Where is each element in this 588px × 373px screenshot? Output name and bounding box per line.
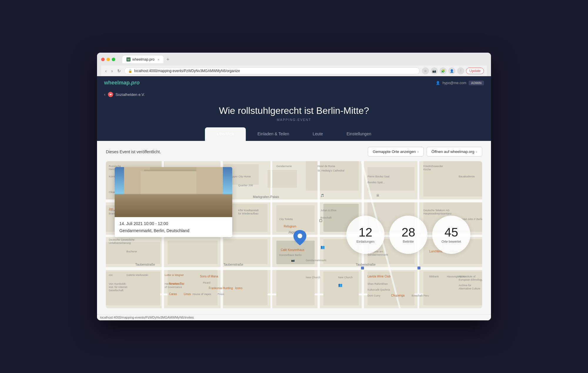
breadcrumb-back-icon[interactable]: ‹ xyxy=(104,92,106,97)
panorama-image xyxy=(115,167,232,217)
svg-text:für Wiederaufbau: für Wiederaufbau xyxy=(238,212,258,215)
svg-text:Kulturcafé Quchnia: Kulturcafé Quchnia xyxy=(368,288,390,291)
status-bar: Dieses Event ist veröffentlicht. Gemappt… xyxy=(106,147,482,156)
svg-text:Quartier 208: Quartier 208 xyxy=(238,184,253,187)
svg-text:Galerie Markowski: Galerie Markowski xyxy=(126,274,148,277)
svg-text:House of Vapes: House of Vapes xyxy=(193,293,211,296)
svg-text:European Ethnology: European Ethnology xyxy=(459,278,482,281)
svg-text:Unfallversicherung: Unfallversicherung xyxy=(109,242,131,244)
svg-text:Alternative Culture: Alternative Culture xyxy=(459,287,480,290)
forward-button[interactable]: › xyxy=(110,68,114,74)
tab-leute[interactable]: Leute xyxy=(301,127,335,141)
svg-text:Sons of Mana: Sons of Mana xyxy=(200,275,218,278)
svg-text:Hauptstadtrepräsentanz: Hauptstadtrepräsentanz xyxy=(423,212,452,215)
svg-text:Inst. für Internet: Inst. für Internet xyxy=(109,286,128,289)
stat-orte: 45 Orte bewertet xyxy=(432,216,470,254)
svg-text:Lutter & Wegner: Lutter & Wegner xyxy=(165,274,184,277)
gemappte-orte-button[interactable]: Gemappte Orte anzeigen › xyxy=(368,147,424,156)
user-icon: 👤 xyxy=(436,81,440,85)
svg-text:Frankonia Hunting: Frankonia Hunting xyxy=(209,287,233,290)
extension-button[interactable]: 🧩 xyxy=(440,67,447,74)
svg-text:Deutsche Gesetzliche: Deutsche Gesetzliche xyxy=(109,238,135,241)
svg-text:Shan Rahimkhan: Shan Rahimkhan xyxy=(368,282,388,285)
event-title: Wie rollstuhlgerecht ist Berlin-Mitte? xyxy=(109,105,479,116)
browser-tab-active[interactable]: W wheelmap.pro × xyxy=(122,56,163,63)
status-actions: Gemappte Orte anzeigen › Öffnen auf whee… xyxy=(368,147,482,156)
svg-text:KfW Kreditanstalt: KfW Kreditanstalt xyxy=(238,209,259,212)
breadcrumb-bar: ‹ ❤ Sozialhelden e.V. xyxy=(97,89,491,99)
svg-text:Taubenstraße: Taubenstraße xyxy=(356,263,375,266)
event-title-section: Wie rollstuhlgerecht ist Berlin-Mitte? M… xyxy=(97,99,491,121)
svg-text:Gendarmerie: Gendarmerie xyxy=(276,165,292,168)
profile-button[interactable]: 👤 xyxy=(448,67,455,74)
back-button[interactable]: ‹ xyxy=(104,68,108,74)
svg-text:Gesellschaft: Gesellschaft xyxy=(109,289,123,292)
browser-statusbar: localhost:4000/mapping-events/PzWDyNv3MG… xyxy=(97,314,491,320)
svg-text:City Toilette: City Toilette xyxy=(279,218,293,221)
stats-overlay: 12 Einladungen 28 Beitritte 45 Orte bewe… xyxy=(346,216,470,254)
oeffnen-label: Öffnen auf wheelmap.org xyxy=(432,149,475,154)
svg-text:Caras: Caras xyxy=(169,292,177,296)
svg-text:BBBank: BBBank xyxy=(429,275,439,278)
event-details: 14. Juli 2021 10:00 - 12:00 Gendarmenmar… xyxy=(115,217,232,237)
close-window-button[interactable] xyxy=(101,58,105,61)
address-bar[interactable]: 🔒 localhost:4000/mapping-events/PzWDyNv3… xyxy=(124,67,420,74)
oeffnen-wheelmap-button[interactable]: Öffnen auf wheelmap.org › xyxy=(427,147,482,156)
svg-text:Botschaft: Botschaft xyxy=(320,216,332,219)
svg-text:St. Hedwig's Cathedral: St. Hedwig's Cathedral xyxy=(318,169,344,172)
svg-rect-15 xyxy=(318,161,320,308)
new-tab-button[interactable]: + xyxy=(165,56,171,63)
tab-einstellungen[interactable]: Einstellungen xyxy=(335,127,383,141)
svg-text:Gendarmenmarkt: Gendarmenmarkt xyxy=(306,259,327,262)
svg-text:Bucherer: Bucherer xyxy=(126,250,137,253)
stat-beitritte-number: 28 xyxy=(402,226,415,239)
app-header: wheelmap.pro 👤 hypo@me.com ADMIN xyxy=(97,76,491,89)
svg-text:Von Humboldt-: Von Humboldt- xyxy=(109,282,126,285)
app-logo: wheelmap.pro xyxy=(104,80,140,86)
logo-pro: .pro xyxy=(130,80,140,86)
svg-text:Hotel de Rome: Hotel de Rome xyxy=(318,165,335,168)
svg-text:👥: 👥 xyxy=(320,245,325,249)
tab-einladen[interactable]: Einladen & Teilen xyxy=(246,127,301,141)
header-user: 👤 hypo@me.com ADMIN xyxy=(436,81,484,85)
chevron-icon: › xyxy=(417,150,419,154)
main-content: Dieses Event ist veröffentlicht. Gemappt… xyxy=(97,141,491,314)
tab-overblick[interactable]: Überblick xyxy=(205,127,245,141)
svg-text:Pierre Boulez Saal: Pierre Boulez Saal xyxy=(368,175,390,178)
browser-window: W wheelmap.pro × + ‹ › ↻ 🔒 localhost:400… xyxy=(97,53,491,320)
chevron-icon-2: › xyxy=(476,150,477,154)
status-text: Dieses Event ist veröffentlicht. xyxy=(106,149,161,154)
svg-text:Refugium: Refugium xyxy=(284,225,296,228)
tab-title: wheelmap.pro xyxy=(132,57,154,61)
svg-rect-25 xyxy=(106,242,160,264)
menu-button[interactable]: ⋮ xyxy=(457,67,464,74)
maximize-window-button[interactable] xyxy=(112,58,115,61)
svg-text:Lavida Wine Club: Lavida Wine Club xyxy=(368,275,391,278)
stat-einladungen-number: 12 xyxy=(359,226,372,239)
svg-rect-6 xyxy=(368,167,415,191)
svg-text:Taubenstraße: Taubenstraße xyxy=(135,263,155,266)
svg-text:coc: coc xyxy=(109,274,113,277)
svg-text:Zen: Zen xyxy=(109,207,113,210)
svg-point-121 xyxy=(298,234,302,238)
svg-rect-131 xyxy=(417,267,420,269)
svg-text:🎵: 🎵 xyxy=(320,194,324,197)
stat-orte-number: 45 xyxy=(445,226,458,239)
minimize-window-button[interactable] xyxy=(106,58,110,61)
svg-text:Julian & Elisa: Julian & Elisa xyxy=(320,209,336,212)
event-info-card: 14. Juli 2021 10:00 - 12:00 Gendarmenmar… xyxy=(115,167,232,237)
svg-text:Archive for: Archive for xyxy=(459,284,471,287)
screenshot-button[interactable]: 📷 xyxy=(431,67,438,74)
tabs-bar: Überblick Einladen & Teilen Leute Einste… xyxy=(97,127,491,141)
map-container: Behrenstraße Markgrafen-Palais Taubenstr… xyxy=(106,161,482,308)
svg-text:🏛: 🏛 xyxy=(376,194,379,197)
refresh-button[interactable]: ↻ xyxy=(116,68,122,74)
browser-chrome: W wheelmap.pro × + ‹ › ↻ 🔒 localhost:400… xyxy=(97,53,491,76)
svg-text:Friedrichswerder: Friedrichswerder xyxy=(423,165,443,168)
svg-text:📷: 📷 xyxy=(291,258,295,262)
bookmark-button[interactable]: ☆ xyxy=(422,67,429,74)
stat-beitritte: 28 Beitritte xyxy=(389,216,427,254)
org-name: Sozialhelden e.V. xyxy=(116,92,145,97)
tab-close-button[interactable]: × xyxy=(157,58,159,61)
update-button[interactable]: Update xyxy=(466,68,484,74)
